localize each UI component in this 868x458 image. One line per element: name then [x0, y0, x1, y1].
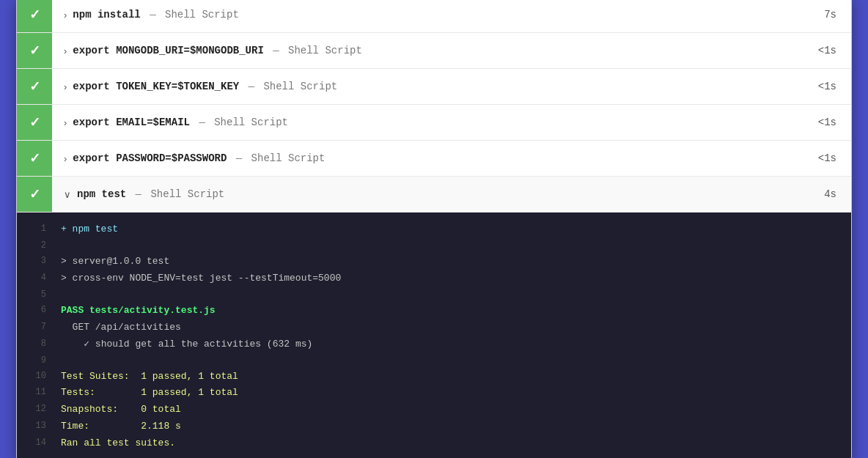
- line-content: PASS tests/activity.test.js: [61, 303, 851, 319]
- line-content: Tests: 1 passed, 1 total: [61, 385, 851, 401]
- line-number: 7: [17, 320, 61, 334]
- step-label-npm-test: npm test — Shell Script: [77, 178, 807, 210]
- step-type: Shell Script: [288, 45, 362, 56]
- step-command: npm install: [73, 9, 140, 21]
- terminal-line: 7 GET /api/activities: [17, 320, 851, 336]
- terminal-line: 5: [17, 287, 851, 303]
- step-command: export MONGODB_URI=$MONGODB_URI: [73, 45, 263, 56]
- terminal-section: 1+ npm test23> server@1.0.0 test4> cross…: [17, 213, 851, 458]
- step-type: Shell Script: [165, 9, 239, 21]
- chevron-icon[interactable]: ›: [64, 10, 67, 21]
- terminal-line: 13Time: 2.118 s: [17, 418, 851, 435]
- step-status-export-password: ✓: [17, 141, 52, 176]
- step-separator: —: [144, 9, 162, 21]
- check-icon: ✓: [29, 186, 40, 202]
- step-separator: —: [242, 81, 260, 92]
- chevron-icon[interactable]: ∨: [64, 189, 71, 200]
- step-type: Shell Script: [150, 188, 224, 200]
- step-row-export-email[interactable]: ✓›export EMAIL=$EMAIL — Shell Script<1s: [17, 105, 851, 141]
- step-command: npm test: [77, 188, 126, 200]
- step-duration-export-mongodb: <1s: [807, 45, 851, 56]
- step-command: export TOKEN_KEY=$TOKEN_KEY: [73, 81, 239, 92]
- step-separator: —: [129, 188, 147, 200]
- chevron-icon[interactable]: ›: [64, 117, 67, 128]
- terminal-line: 3> server@1.0.0 test: [17, 254, 851, 270]
- step-type: Shell Script: [251, 152, 326, 164]
- step-duration-export-token: <1s: [807, 81, 851, 92]
- step-command: export PASSWORD=$PASSWORD: [73, 152, 227, 164]
- chevron-icon[interactable]: ›: [64, 81, 67, 92]
- terminal-line: 14Ran all test suites.: [17, 435, 851, 452]
- line-number: 12: [17, 402, 61, 416]
- step-type: Shell Script: [214, 117, 288, 128]
- step-separator: —: [193, 117, 211, 128]
- step-separator: —: [267, 45, 285, 56]
- line-number: 11: [17, 385, 61, 399]
- terminal-line: 8 ✓ should get all the activities (632 m…: [17, 336, 851, 353]
- check-icon: ✓: [29, 114, 40, 130]
- check-icon: ✓: [29, 43, 40, 59]
- line-number: 9: [17, 354, 61, 368]
- terminal-line: 4> cross-env NODE_ENV=test jest --testTi…: [17, 270, 851, 287]
- line-number: 4: [17, 271, 61, 285]
- step-row-export-token[interactable]: ✓›export TOKEN_KEY=$TOKEN_KEY — Shell Sc…: [17, 69, 851, 105]
- step-label-export-mongodb: export MONGODB_URI=$MONGODB_URI — Shell …: [73, 34, 807, 67]
- line-number: 1: [17, 222, 61, 236]
- chevron-icon[interactable]: ›: [64, 153, 67, 164]
- terminal-line: 2: [17, 238, 851, 254]
- terminal-body: 1+ npm test23> server@1.0.0 test4> cross…: [17, 213, 851, 458]
- step-label-export-token: export TOKEN_KEY=$TOKEN_KEY — Shell Scri…: [73, 70, 807, 103]
- line-content: Test Suites: 1 passed, 1 total: [61, 369, 851, 385]
- step-status-export-token: ✓: [17, 69, 52, 104]
- step-separator: —: [229, 152, 248, 164]
- step-row-npm-test[interactable]: ✓∨npm test — Shell Script4s: [17, 177, 851, 213]
- line-content: GET /api/activities: [61, 320, 851, 336]
- step-row-npm-install[interactable]: ✓›npm install — Shell Script7s: [17, 0, 851, 33]
- ci-output-container: ✓›npm install — Shell Script7s✓›export M…: [16, 0, 852, 458]
- step-status-npm-test: ✓: [17, 177, 52, 212]
- line-content: ✓ should get all the activities (632 ms): [61, 337, 851, 352]
- line-number: 5: [17, 288, 61, 302]
- step-list: ✓›npm install — Shell Script7s✓›export M…: [17, 0, 851, 213]
- step-duration-npm-install: 7s: [807, 9, 851, 21]
- line-number: 10: [17, 369, 61, 383]
- step-row-export-mongodb[interactable]: ✓›export MONGODB_URI=$MONGODB_URI — Shel…: [17, 33, 851, 69]
- line-number: 14: [17, 436, 61, 450]
- line-number: 6: [17, 303, 61, 317]
- chevron-icon[interactable]: ›: [64, 45, 67, 56]
- line-number: 2: [17, 239, 61, 253]
- line-content: > server@1.0.0 test: [61, 254, 851, 270]
- step-label-export-password: export PASSWORD=$PASSWORD — Shell Script: [73, 142, 807, 174]
- step-command: export EMAIL=$EMAIL: [73, 117, 190, 128]
- line-number: 3: [17, 254, 61, 268]
- step-status-npm-install: ✓: [17, 0, 52, 32]
- check-icon: ✓: [29, 150, 40, 166]
- terminal-line: 1+ npm test: [17, 221, 851, 238]
- step-status-export-mongodb: ✓: [17, 33, 52, 68]
- line-number: 8: [17, 337, 61, 351]
- step-label-npm-install: npm install — Shell Script: [73, 0, 807, 31]
- step-type: Shell Script: [263, 81, 337, 92]
- line-content: + npm test: [61, 222, 851, 237]
- line-content: Time: 2.118 s: [61, 419, 851, 435]
- step-duration-npm-test: 4s: [807, 188, 851, 200]
- line-content: > cross-env NODE_ENV=test jest --testTim…: [61, 271, 851, 287]
- terminal-line: 11Tests: 1 passed, 1 total: [17, 385, 851, 402]
- line-number: 13: [17, 419, 61, 433]
- check-icon: ✓: [29, 78, 40, 95]
- terminal-line: 10Test Suites: 1 passed, 1 total: [17, 369, 851, 385]
- step-duration-export-password: <1s: [807, 152, 851, 164]
- step-label-export-email: export EMAIL=$EMAIL — Shell Script: [73, 106, 807, 138]
- check-icon: ✓: [29, 7, 40, 23]
- terminal-line: 9: [17, 353, 851, 369]
- step-row-export-password[interactable]: ✓›export PASSWORD=$PASSWORD — Shell Scri…: [17, 141, 851, 177]
- terminal-line: 12Snapshots: 0 total: [17, 402, 851, 418]
- step-duration-export-email: <1s: [807, 117, 851, 128]
- step-status-export-email: ✓: [17, 105, 52, 140]
- line-content: Snapshots: 0 total: [61, 402, 851, 418]
- terminal-line: 6PASS tests/activity.test.js: [17, 303, 851, 320]
- line-content: Ran all test suites.: [61, 436, 851, 451]
